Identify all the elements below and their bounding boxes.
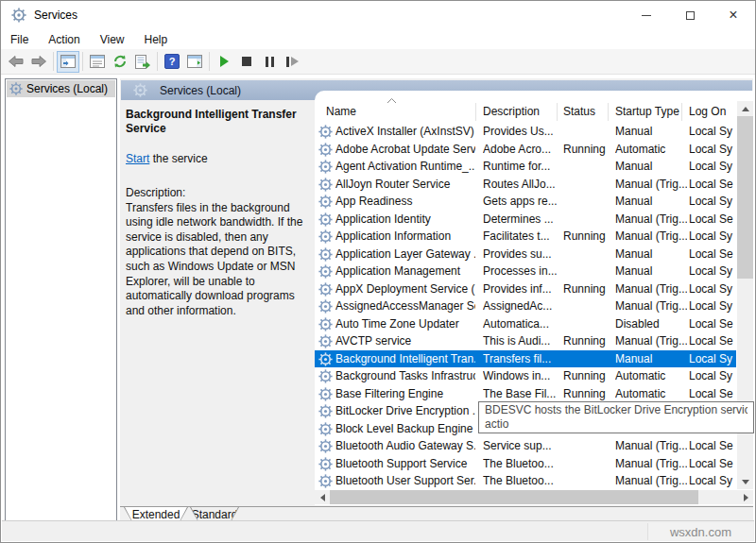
close-button[interactable]: × (712, 1, 755, 29)
service-row[interactable]: Bluetooth User Support Ser... The Blueto… (315, 472, 736, 490)
service-row[interactable]: Base Filtering Engine The Base Fil... Ru… (315, 385, 736, 403)
service-row[interactable]: Auto Time Zone Updater Automatica... Dis… (315, 315, 736, 333)
column-header-startup-type[interactable]: Startup Type (615, 100, 681, 123)
tab-extended-label: Extended (125, 507, 187, 521)
services-window: Services × File Action View Help (0, 0, 756, 543)
back-button[interactable] (5, 51, 27, 73)
service-description-cell: Provides Us... (483, 125, 562, 138)
service-row[interactable]: Adobe Acrobat Update Serv... Adobe Acro.… (315, 141, 736, 159)
service-status: Running (563, 143, 614, 156)
service-row[interactable]: Application Management Processes in... M… (315, 263, 736, 280)
service-startup-type: Manual (615, 247, 687, 261)
service-row[interactable]: Agent Activation Runtime_... Runtime for… (315, 158, 736, 176)
service-description-cell: This is Audi... (483, 334, 562, 348)
start-service-button[interactable] (213, 51, 235, 73)
service-description-cell: Provides inf... (483, 282, 562, 296)
service-log-on: Local Sy (689, 282, 736, 296)
vertical-scrollbar-thumb[interactable] (737, 116, 753, 279)
toolbar-separator (209, 52, 210, 71)
scroll-up-button[interactable] (737, 101, 753, 116)
service-row[interactable]: ActiveX Installer (AxInstSV) Provides Us… (315, 123, 736, 141)
menu-action[interactable]: Action (48, 33, 79, 46)
menu-view[interactable]: View (100, 33, 125, 46)
column-header-name[interactable]: Name (326, 100, 468, 123)
service-description-cell: Transfers fil... (483, 352, 562, 365)
menu-help[interactable]: Help (145, 33, 168, 46)
export-list-button[interactable] (131, 51, 154, 73)
service-log-on: Local Sy (689, 352, 736, 365)
service-row[interactable]: Background Intelligent Tran... Transfers… (315, 350, 736, 368)
column-header-status[interactable]: Status (563, 100, 607, 123)
column-separator[interactable] (557, 103, 558, 121)
service-row[interactable]: AllJoyn Router Service Routes AllJo... M… (315, 176, 736, 194)
service-row[interactable]: App Readiness Gets apps re... Manual Loc… (315, 193, 736, 211)
service-log-on: Local Se (689, 439, 736, 452)
forward-icon (30, 54, 47, 69)
service-startup-type: Manual (Trig... (615, 457, 687, 470)
service-description-cell: Windows in... (483, 369, 562, 382)
service-name: Background Intelligent Tran... (335, 352, 475, 365)
stop-service-button[interactable] (235, 51, 258, 73)
toolbar-separator (53, 52, 54, 71)
maximize-button[interactable] (668, 1, 712, 29)
horizontal-scrollbar[interactable] (315, 490, 753, 504)
service-description-cell: Provides su... (483, 247, 562, 261)
service-startup-type: Manual (Trig... (615, 439, 687, 452)
console-tree-panel: Services (Local) (5, 78, 117, 521)
service-row[interactable]: AppX Deployment Service (... Provides in… (315, 280, 736, 298)
service-row[interactable]: Application Identity Determines ... Manu… (315, 211, 736, 229)
scroll-down-button[interactable] (737, 474, 753, 489)
service-row[interactable]: AssignedAccessManager Se... AssignedAc..… (315, 297, 736, 315)
column-separator[interactable] (608, 103, 609, 121)
service-row[interactable]: Background Tasks Infrastruc... Windows i… (315, 367, 736, 385)
service-status: Running (563, 282, 614, 296)
scroll-right-button[interactable] (738, 490, 753, 504)
service-row[interactable]: Application Information Facilitates t...… (315, 228, 736, 246)
service-name: Application Information (335, 229, 475, 243)
scroll-left-button[interactable] (315, 490, 330, 504)
show-console-tree-button[interactable] (57, 51, 79, 73)
gear-icon (318, 352, 333, 366)
watermark: wsxdn.com (647, 523, 753, 540)
gear-icon (318, 264, 333, 279)
service-startup-type: Manual (Trig... (615, 229, 687, 243)
column-separator[interactable] (681, 103, 682, 121)
show-console-tree-icon (60, 55, 76, 68)
service-log-on: Local Sy (689, 264, 736, 278)
column-header-description[interactable]: Description (483, 100, 555, 123)
service-name: ActiveX Installer (AxInstSV) (335, 125, 475, 138)
service-description-cell: Routes AllJo... (483, 178, 562, 191)
pause-service-icon (266, 57, 274, 67)
refresh-button[interactable] (109, 51, 131, 73)
start-service-line: Start the service (126, 152, 318, 165)
gear-icon (318, 125, 333, 139)
pause-service-button[interactable] (258, 51, 281, 73)
properties-button[interactable] (86, 51, 109, 73)
service-name: AVCTP service (335, 334, 475, 348)
list-header: Name Description Status Startup Type Log… (315, 100, 753, 123)
column-header-log-on[interactable]: Log On (689, 100, 734, 123)
service-rows: ActiveX Installer (AxInstSV) Provides Us… (315, 123, 736, 490)
service-row[interactable]: Bluetooth Support Service The Bluetoo...… (315, 455, 736, 473)
show-action-pane-button[interactable] (183, 51, 206, 73)
service-row[interactable]: Application Layer Gateway ... Provides s… (315, 246, 736, 263)
service-row[interactable]: AVCTP service This is Audi... Running Ma… (315, 332, 736, 350)
description-label: Description: (126, 186, 313, 201)
gear-icon (318, 195, 333, 209)
help-button[interactable]: ? (161, 51, 183, 73)
service-row[interactable]: Bluetooth Audio Gateway S... Service sup… (315, 437, 736, 455)
resume-service-button[interactable] (281, 51, 303, 73)
minimize-button[interactable] (625, 1, 668, 29)
service-log-on: Local Sy (689, 369, 736, 382)
horizontal-scrollbar-thumb[interactable] (330, 490, 698, 504)
service-name: Background Tasks Infrastruc... (335, 369, 475, 382)
service-name: AllJoyn Router Service (335, 178, 475, 191)
gear-icon (318, 422, 333, 436)
menu-file[interactable]: File (10, 33, 28, 46)
services-app-icon (11, 8, 26, 23)
tree-item-services-local[interactable]: Services (Local) (7, 80, 115, 97)
service-name: Block Level Backup Engine ... (335, 422, 475, 435)
forward-button[interactable] (27, 51, 50, 73)
start-service-link[interactable]: Start (126, 152, 149, 165)
column-separator[interactable] (475, 103, 476, 121)
